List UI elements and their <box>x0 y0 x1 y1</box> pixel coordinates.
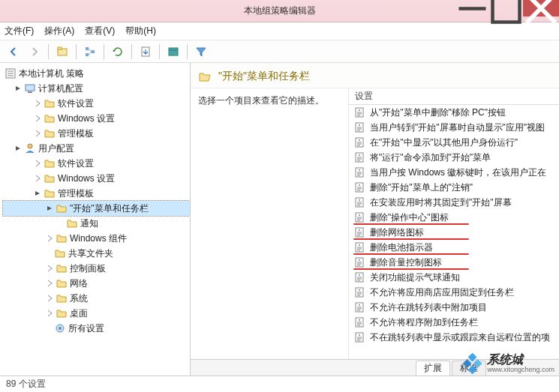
tab-standard[interactable]: 标准 <box>452 361 486 376</box>
svg-point-29 <box>359 124 360 126</box>
tree-system[interactable]: 系统 <box>3 291 190 306</box>
policy-item[interactable]: 不允许将应用商店应用固定到任务栏 <box>349 285 559 300</box>
policy-label: 当用户转到"开始"屏幕时自动显示"应用"视图 <box>370 121 545 134</box>
expander-closed-icon[interactable] <box>45 234 54 243</box>
tree-software-settings-2[interactable]: 软件设置 <box>3 156 190 171</box>
policy-label: 在安装应用时将其固定到"开始"屏幕 <box>370 196 512 209</box>
close-button[interactable] <box>523 0 559 16</box>
expander-closed-icon[interactable] <box>33 114 42 123</box>
folder-icon <box>44 127 56 139</box>
back-button[interactable] <box>5 43 23 61</box>
folder-icon <box>56 202 68 214</box>
tree-desktop[interactable]: 桌面 <box>3 306 190 321</box>
policy-icon <box>353 226 365 238</box>
policy-label: 关闭功能提示气球通知 <box>370 271 460 284</box>
column-header-setting[interactable]: 设置 <box>349 88 559 105</box>
tree-windows-settings[interactable]: Windows 设置 <box>3 111 190 126</box>
status-bar: 89 个设置 <box>0 376 559 392</box>
policy-item[interactable]: 删除网络图标 <box>349 225 559 240</box>
svg-point-22 <box>59 327 62 330</box>
tree-windows-components[interactable]: Windows 组件 <box>3 231 190 246</box>
tree-software-settings[interactable]: 软件设置 <box>3 96 190 111</box>
tree-all-settings[interactable]: 所有设置 <box>3 321 190 336</box>
tree-user-config[interactable]: 用户配置 <box>3 141 190 156</box>
folder-icon <box>56 262 68 274</box>
policy-item[interactable]: 不允许在跳转列表中附加项目 <box>349 300 559 315</box>
expander-closed-icon[interactable] <box>45 309 54 318</box>
titlebar: 本地组策略编辑器 <box>0 0 559 22</box>
svg-point-24 <box>359 109 360 111</box>
tree-root[interactable]: 本地计算机 策略 <box>3 66 190 81</box>
expander-open-icon[interactable] <box>33 189 42 198</box>
svg-point-49 <box>359 184 360 186</box>
tree-icon[interactable] <box>81 43 99 61</box>
policy-item[interactable]: 在安装应用时将其固定到"开始"屏幕 <box>349 195 559 210</box>
policy-item[interactable]: 当用户按 Windows 徽标键时，在该用户正在 <box>349 165 559 180</box>
policy-item[interactable]: 删除电池指示器 <box>349 240 559 255</box>
svg-rect-7 <box>86 53 89 56</box>
svg-point-64 <box>359 229 360 231</box>
expander-open-icon[interactable] <box>14 84 23 93</box>
policy-item[interactable]: 关闭功能提示气球通知 <box>349 270 559 285</box>
menu-file[interactable]: 文件(F) <box>5 25 34 37</box>
window-title: 本地组策略编辑器 <box>244 4 316 17</box>
policy-item[interactable]: 删除"操作中心"图标 <box>349 210 559 225</box>
folder-open-icon <box>198 70 212 83</box>
expander-closed-icon[interactable] <box>33 174 42 183</box>
tree-admin-templates-2[interactable]: 管理模板 <box>3 186 190 201</box>
tree-admin-templates[interactable]: 管理模板 <box>3 126 190 141</box>
up-button[interactable] <box>53 43 71 61</box>
policy-item[interactable]: 删除"开始"菜单上的"注销" <box>349 180 559 195</box>
policy-item[interactable]: 从"开始"菜单中删除"移除 PC"按钮 <box>349 105 559 120</box>
properties-button[interactable] <box>164 43 182 61</box>
tab-extended[interactable]: 扩展 <box>416 361 450 376</box>
menu-action[interactable]: 操作(A) <box>44 25 74 37</box>
policy-item[interactable]: 将"运行"命令添加到"开始"菜单 <box>349 150 559 165</box>
minimize-button[interactable] <box>455 0 489 16</box>
expander-open-icon[interactable] <box>14 144 23 153</box>
svg-point-99 <box>359 334 360 336</box>
policy-label: 从"开始"菜单中删除"移除 PC"按钮 <box>370 106 506 119</box>
forward-button[interactable] <box>26 43 44 61</box>
svg-point-59 <box>359 214 360 216</box>
menu-view[interactable]: 查看(V) <box>85 25 115 37</box>
expander-closed-icon[interactable] <box>45 279 54 288</box>
svg-point-84 <box>359 289 360 291</box>
filter-button[interactable] <box>192 43 210 61</box>
expander-closed-icon[interactable] <box>45 264 54 273</box>
expander-open-icon[interactable] <box>45 204 54 213</box>
menu-help[interactable]: 帮助(H) <box>125 25 156 37</box>
tree-network[interactable]: 网络 <box>3 276 190 291</box>
policy-item[interactable]: 在"开始"中显示"以其他用户身份运行" <box>349 135 559 150</box>
tree-notifications[interactable]: 通知 <box>3 216 190 231</box>
policy-icon <box>353 271 365 283</box>
expander-closed-icon[interactable] <box>33 99 42 108</box>
policy-label: 删除音量控制图标 <box>370 256 442 269</box>
policy-item[interactable]: 不在跳转列表中显示或跟踪来自远程位置的项 <box>349 330 559 345</box>
policy-item[interactable]: 删除音量控制图标 <box>349 255 559 270</box>
tree-control-panel[interactable]: 控制面板 <box>3 261 190 276</box>
svg-point-54 <box>359 199 360 201</box>
policy-label: 在"开始"中显示"以其他用户身份运行" <box>370 136 518 149</box>
policy-icon <box>353 136 365 148</box>
policy-icon <box>353 196 365 208</box>
policy-icon <box>353 256 365 268</box>
tree-computer-config[interactable]: 计算机配置 <box>3 81 190 96</box>
refresh-button[interactable] <box>109 43 127 61</box>
policy-item[interactable]: 当用户转到"开始"屏幕时自动显示"应用"视图 <box>349 120 559 135</box>
policy-item[interactable]: 不允许将程序附加到任务栏 <box>349 315 559 330</box>
maximize-button[interactable] <box>489 0 523 16</box>
svg-point-34 <box>359 139 360 141</box>
expander-closed-icon[interactable] <box>45 294 54 303</box>
folder-icon <box>56 307 68 319</box>
export-button[interactable] <box>137 43 155 61</box>
folder-icon <box>56 277 68 289</box>
tree-windows-settings-2[interactable]: Windows 设置 <box>3 171 190 186</box>
tree-shared-folders[interactable]: 共享文件夹 <box>3 246 190 261</box>
svg-point-94 <box>359 319 360 321</box>
svg-point-89 <box>359 304 360 306</box>
tree-start-taskbar[interactable]: "开始"菜单和任务栏 <box>3 201 190 216</box>
policy-label: 不允许将程序附加到任务栏 <box>370 316 478 329</box>
expander-closed-icon[interactable] <box>33 159 42 168</box>
expander-closed-icon[interactable] <box>33 129 42 138</box>
